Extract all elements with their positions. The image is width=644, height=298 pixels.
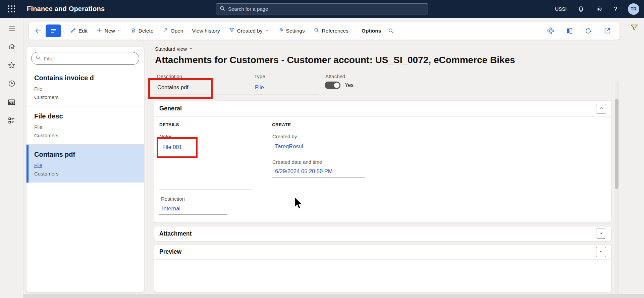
edit-button[interactable]: Edit <box>66 24 92 38</box>
user-avatar[interactable]: TR <box>628 3 639 15</box>
gear-icon <box>278 27 284 35</box>
top-bar-right-cluster: USSI ? TR <box>555 0 639 18</box>
page-title: Attachments for Customers - Customer acc… <box>155 55 515 65</box>
global-search-input[interactable] <box>228 6 424 12</box>
settings-button[interactable]: Settings <box>273 24 309 38</box>
bell-icon[interactable] <box>577 5 585 13</box>
attachment-section-header: Attachment <box>154 227 611 241</box>
references-search-icon <box>314 27 320 35</box>
hierarchy-list-icon[interactable] <box>7 116 16 125</box>
list-item[interactable]: File desc File Customers <box>26 106 144 145</box>
created-by-value: TareqRosul <box>272 140 341 153</box>
window-bottom-edge <box>0 294 644 298</box>
created-by-label: Created by <box>272 134 297 139</box>
list-item-title: File desc <box>34 112 140 120</box>
chevron-up-icon <box>599 249 603 255</box>
list-filter-input[interactable] <box>44 56 135 61</box>
refresh-icon[interactable] <box>585 27 592 35</box>
general-collapse-button[interactable] <box>596 104 606 114</box>
view-history-button[interactable]: View history <box>187 24 224 38</box>
clock-icon[interactable] <box>7 79 16 88</box>
home-icon[interactable] <box>7 42 16 51</box>
toolbar-search-icon[interactable] <box>385 24 397 38</box>
attachment-section: Attachment <box>154 227 611 241</box>
plus-icon <box>96 27 102 35</box>
application-window: Finance and Operations USSI ? TR <box>0 0 644 298</box>
view-selector[interactable]: Standard view <box>155 46 193 52</box>
main-content: Standard view Attachments for Customers … <box>154 18 611 298</box>
open-button[interactable]: Open <box>158 24 188 38</box>
created-datetime-value: 6/29/2024 05:20:50 PM <box>272 165 365 178</box>
list-filter-box[interactable] <box>31 52 139 65</box>
funnel-icon <box>229 27 235 35</box>
details-group-heading: DETAILS <box>159 122 179 127</box>
action-pane: Edit New Delete Open View history Create… <box>29 22 620 40</box>
preview-body <box>154 259 611 292</box>
general-section: General DETAILS CREATE Notes File 001 Re… <box>154 101 611 222</box>
search-icon <box>220 6 225 12</box>
help-icon[interactable]: ? <box>613 5 617 13</box>
list-item[interactable]: Contains invoice d File Customers <box>26 68 144 106</box>
open-arrow-icon <box>162 27 168 35</box>
attached-label: Attached <box>325 73 345 79</box>
type-value: File <box>252 80 319 95</box>
type-label: Type <box>254 73 265 79</box>
description-field[interactable] <box>154 80 251 95</box>
environment-label[interactable]: USSI <box>555 6 567 12</box>
open-in-new-icon[interactable] <box>603 27 611 35</box>
global-search-box[interactable] <box>216 3 428 14</box>
description-label: Description <box>157 73 182 79</box>
attachment-expand-button[interactable] <box>596 229 606 239</box>
preview-section-header: Preview <box>154 245 611 259</box>
create-group-heading: CREATE <box>272 122 291 127</box>
list-item-selected[interactable]: Contains pdf File Customers <box>26 145 144 183</box>
chevron-down-icon <box>599 231 603 236</box>
options-button[interactable]: Options <box>357 24 386 38</box>
created-datetime-label: Created date and time <box>272 159 322 165</box>
toggle-knob-icon <box>334 83 339 88</box>
attached-toggle-text: Yes <box>345 82 354 88</box>
preview-section: Preview <box>154 245 611 292</box>
gear-icon[interactable] <box>595 5 603 13</box>
delete-button[interactable]: Delete <box>126 24 158 38</box>
book-icon[interactable] <box>566 27 573 35</box>
navigation-rail <box>0 18 23 298</box>
chevron-up-icon <box>599 106 603 111</box>
attached-toggle[interactable] <box>325 82 340 89</box>
preview-collapse-button[interactable] <box>596 247 606 257</box>
toolbar-separator <box>355 27 355 35</box>
references-button[interactable]: References <box>309 24 353 38</box>
restriction-label: Restriction <box>161 196 185 202</box>
hamburger-icon[interactable] <box>7 24 16 33</box>
chevron-down-icon <box>117 28 121 34</box>
list-view-toggle-button[interactable] <box>46 24 61 37</box>
notes-label: Notes <box>159 134 172 139</box>
new-button[interactable]: New <box>92 24 126 38</box>
created-by-filter-button[interactable]: Created by <box>224 24 273 38</box>
edit-pencil-icon <box>70 27 76 35</box>
list-item-entity: Customers <box>34 132 140 139</box>
app-top-bar: Finance and Operations USSI ? TR <box>0 0 644 18</box>
description-input[interactable] <box>157 84 251 91</box>
trash-icon <box>130 27 136 35</box>
filter-pane-funnel-icon[interactable] <box>629 23 639 33</box>
notes-value: File 001 <box>162 144 182 150</box>
list-item-type-link[interactable]: File <box>34 162 140 169</box>
search-icon <box>36 55 41 62</box>
app-title: Finance and Operations <box>27 5 105 13</box>
list-item-type: File <box>34 123 140 131</box>
list-item-entity: Customers <box>34 94 140 101</box>
star-icon[interactable] <box>7 61 16 69</box>
list-item-title: Contains pdf <box>34 151 140 158</box>
notes-field[interactable]: File 001 <box>159 140 252 190</box>
back-arrow-icon[interactable] <box>33 26 43 36</box>
list-item-entity: Customers <box>34 170 140 177</box>
attached-field: Yes <box>325 82 354 89</box>
form-window-icon[interactable] <box>7 98 16 106</box>
restriction-value: Internal <box>159 202 227 215</box>
action-pane-right-icons <box>547 27 613 35</box>
app-launcher-waffle-icon[interactable] <box>7 4 17 14</box>
diamond-grid-icon[interactable] <box>547 27 554 35</box>
scrollbar-thumb[interactable] <box>615 99 619 189</box>
chevron-down-icon <box>189 46 193 52</box>
